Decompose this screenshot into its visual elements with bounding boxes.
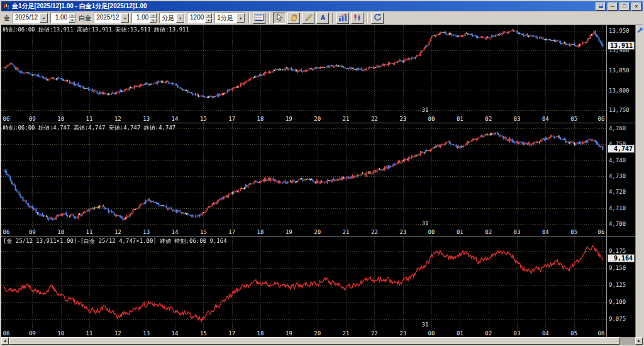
chart-settings-icon: [255, 13, 264, 23]
scroll-right-icon: ►: [637, 339, 641, 343]
x-axis-label: 00: [428, 330, 435, 337]
y-axis-label: 9,100: [609, 299, 626, 305]
chart-settings-button[interactable]: [253, 13, 265, 24]
platinum-candlestick-canvas[interactable]: [1, 123, 606, 229]
x-axis-label: 06: [598, 116, 605, 122]
chevron-down-icon[interactable]: ▼: [176, 13, 184, 23]
platinum-chart-plot[interactable]: 時刻:06:00 始値:4,747 高値:4,747 安値:4,747 終値:4…: [1, 123, 606, 229]
bar-type-select[interactable]: 分足 ▼: [159, 13, 185, 23]
x-axis-label: 13: [143, 330, 150, 337]
text-tool-button[interactable]: A: [316, 13, 329, 24]
chart-panel-platinum: 時刻:06:00 始値:4,747 高値:4,747 安値:4,747 終値:4…: [1, 123, 635, 237]
gold-contract-value: 2025/12: [13, 13, 40, 23]
hand-icon: [290, 13, 298, 23]
platinum-contract-select[interactable]: 2025/12 ▼: [94, 13, 130, 23]
spread-chart-plot[interactable]: [金 25/12 13,911×1.00]-[白金 25/12 4,747×1.…: [1, 237, 606, 330]
toolbar-separator: [367, 13, 368, 23]
scroll-right-button[interactable]: ►: [635, 337, 643, 345]
bar-chart-view-button[interactable]: [336, 13, 349, 24]
y-axis-label: 9,175: [609, 248, 626, 254]
spin-down-icon[interactable]: ▼: [205, 18, 212, 23]
window-menu-icon: [598, 3, 604, 9]
bar-count-value: 1200: [187, 13, 205, 23]
chevron-down-icon[interactable]: ▼: [236, 13, 245, 23]
spin-up-icon[interactable]: ▲: [69, 13, 75, 18]
y-axis-label: 9,125: [609, 282, 626, 288]
x-axis-label: 10: [57, 116, 64, 122]
toolbar: 金 2025/12 ▼ 1.00 ▲ ▼ 白金 2025/12 ▼ 1.00 ▲…: [1, 11, 643, 25]
spread-x-axis: 0609101112131415171819202122230001020304…: [1, 330, 606, 337]
x-axis-label: 18: [257, 330, 264, 337]
y-axis-label: 13,800: [609, 87, 630, 94]
timeframe-value: 1分足: [215, 13, 236, 23]
chevron-down-icon[interactable]: ▼: [40, 13, 48, 23]
x-axis-label: 00: [428, 116, 435, 122]
x-axis-label: 19: [286, 116, 292, 122]
chart-panel-gold: 時刻:06:00 始値:13,911 高値:13,911 安値:13,911 終…: [1, 25, 635, 123]
chart-area: 時刻:06:00 始値:13,911 高値:13,911 安値:13,911 終…: [1, 25, 643, 337]
scroll-left-icon: ◄: [3, 339, 7, 343]
candle-chart-view-button[interactable]: [351, 13, 364, 24]
x-axis-label: 21: [343, 330, 350, 337]
spin-down-icon[interactable]: ▼: [69, 18, 75, 23]
platinum-multiplier-stepper[interactable]: 1.00 ▲ ▼: [131, 13, 157, 23]
window-title: 金1分足[2025/12]1.00 - 白金1分足[2025/12]1.00: [12, 1, 594, 11]
gold-chart-plot[interactable]: 時刻:06:00 始値:13,911 高値:13,911 安値:13,911 終…: [1, 25, 606, 116]
scroll-left-button[interactable]: ◄: [1, 337, 9, 345]
x-axis-label: 23: [399, 116, 406, 122]
x-axis-label: 03: [514, 330, 521, 337]
y-axis-label: 4,760: [609, 125, 626, 131]
x-axis-label: 05: [570, 116, 577, 122]
x-axis-label: 20: [314, 229, 321, 235]
horizontal-scrollbar: ◄ ►: [1, 337, 643, 345]
gold-contract-select[interactable]: 2025/12 ▼: [13, 13, 48, 23]
y-axis-label: 4,710: [609, 205, 626, 211]
window-menu-button[interactable]: [596, 3, 606, 11]
spin-down-icon[interactable]: ▼: [150, 18, 157, 23]
chevron-down-icon[interactable]: ▼: [121, 13, 129, 23]
hand-tool-button[interactable]: [287, 13, 300, 24]
draw-line-tool-button[interactable]: [302, 13, 314, 24]
titlebar[interactable]: 金1分足[2025/12]1.00 - 白金1分足[2025/12]1.00 –…: [1, 1, 643, 11]
platinum-contract-value: 2025/12: [94, 13, 121, 23]
x-axis-label: 21: [343, 229, 350, 235]
bar-chart-icon: [338, 13, 347, 23]
bar-count-stepper[interactable]: 1200 ▲ ▼: [187, 13, 213, 23]
gold-candlestick-canvas[interactable]: [1, 25, 606, 116]
spin-up-icon[interactable]: ▲: [205, 13, 212, 18]
scrollbar-track[interactable]: [9, 337, 635, 345]
x-axis-label: 12: [114, 116, 121, 122]
x-axis-label: 09: [29, 116, 36, 122]
x-axis-label: 12: [114, 330, 121, 337]
x-axis-label: 23: [399, 229, 406, 235]
cursor-tool-button[interactable]: [273, 13, 286, 24]
x-axis-label: 14: [172, 116, 179, 122]
x-axis-label: 01: [457, 330, 464, 337]
minimize-button[interactable]: –: [608, 3, 618, 11]
close-button[interactable]: ×: [631, 3, 641, 11]
platinum-last-price-badge: 4,747: [608, 145, 635, 153]
pencil-icon: [304, 13, 313, 23]
x-axis-label: 22: [371, 229, 378, 235]
y-axis-label: 4,700: [609, 221, 626, 227]
x-axis-label: 10: [57, 229, 64, 235]
spin-up-icon[interactable]: ▲: [150, 13, 157, 18]
platinum-y-axis: 4,747 4,7004,7104,7204,7304,7404,7504,76…: [606, 123, 635, 236]
platinum-ohlc-readout: 時刻:06:00 始値:4,747 高値:4,747 安値:4,747 終値:4…: [3, 124, 175, 132]
x-axis-label: 20: [314, 116, 321, 122]
maximize-button[interactable]: □: [619, 3, 630, 11]
timeframe-select[interactable]: 1分足 ▼: [214, 13, 245, 23]
y-axis-label: 4,730: [609, 173, 626, 179]
refresh-button[interactable]: [371, 13, 384, 24]
x-axis-label: 03: [514, 229, 521, 235]
spread-line-canvas[interactable]: [1, 237, 606, 330]
toolbar-separator: [269, 13, 270, 23]
gold-multiplier-stepper[interactable]: 1.00 ▲ ▼: [50, 13, 76, 23]
x-axis-label: 11: [86, 330, 93, 337]
toolbar-separator: [332, 13, 333, 23]
scrollbar-thumb[interactable]: [9, 337, 619, 345]
app-icon: [3, 3, 10, 10]
x-axis-label: 17: [228, 116, 235, 122]
x-axis-label: 23: [399, 330, 406, 337]
chart-tools-button[interactable]: [636, 26, 643, 33]
